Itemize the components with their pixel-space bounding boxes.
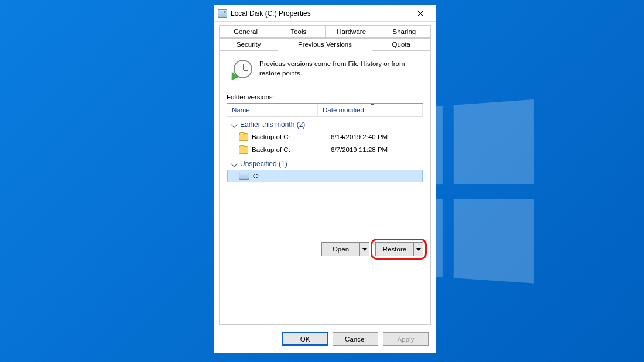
column-header-date[interactable]: Date modified (318, 104, 423, 116)
versions-listbox[interactable]: Name Date modified Earlier this month (2… (227, 103, 423, 235)
tab-sharing[interactable]: Sharing (378, 25, 431, 38)
titlebar[interactable]: Local Disk (C:) Properties (214, 5, 436, 22)
folder-icon (239, 146, 248, 154)
tab-general[interactable]: General (219, 25, 272, 38)
ok-button[interactable]: OK (282, 332, 328, 346)
list-item[interactable]: C: (227, 170, 423, 182)
dropdown-arrow-icon[interactable] (359, 243, 369, 256)
tab-tools[interactable]: Tools (272, 25, 325, 38)
chevron-down-icon (231, 160, 237, 167)
drive-icon (239, 173, 249, 180)
item-date: 6/7/2019 11:28 PM (331, 146, 388, 153)
drive-icon (218, 9, 227, 18)
apply-button[interactable]: Apply (383, 332, 429, 346)
tab-quota[interactable]: Quota (372, 38, 431, 51)
properties-window: Local Disk (C:) Properties General Tools… (214, 5, 436, 353)
open-label: Open (322, 243, 359, 256)
group-label: Unspecified (1) (240, 160, 287, 168)
dropdown-arrow-icon[interactable] (413, 243, 423, 256)
history-icon (230, 60, 252, 82)
group-earlier-this-month[interactable]: Earlier this month (2) (227, 117, 423, 130)
restore-label: Restore (376, 243, 413, 256)
tab-panel-previous-versions: Previous versions come from File History… (219, 50, 431, 325)
cancel-button[interactable]: Cancel (333, 332, 378, 346)
info-text: Previous versions come from File History… (259, 60, 422, 82)
item-date: 6/14/2019 2:40 PM (331, 133, 388, 140)
window-title: Local Disk (C:) Properties (231, 9, 409, 18)
chevron-down-icon (231, 121, 237, 127)
list-item[interactable]: Backup of C: 6/7/2019 11:28 PM (227, 143, 423, 156)
item-name: C: (253, 173, 332, 180)
close-button[interactable] (409, 5, 432, 22)
dialog-buttons: OK Cancel Apply (214, 325, 436, 353)
group-label: Earlier this month (2) (240, 120, 305, 129)
tab-previous-versions[interactable]: Previous Versions (278, 38, 372, 51)
item-name: Backup of C: (252, 133, 331, 140)
group-unspecified[interactable]: Unspecified (1) (227, 156, 423, 170)
tabs: General Tools Hardware Sharing Security … (214, 22, 436, 325)
list-item[interactable]: Backup of C: 6/14/2019 2:40 PM (227, 130, 423, 143)
item-name: Backup of C: (252, 146, 331, 153)
folder-versions-label: Folder versions: (227, 94, 423, 101)
restore-button[interactable]: Restore (375, 242, 423, 256)
tab-hardware[interactable]: Hardware (326, 25, 378, 38)
folder-icon (239, 133, 248, 141)
tab-security[interactable]: Security (219, 38, 278, 51)
open-button[interactable]: Open (321, 242, 369, 256)
column-header-name[interactable]: Name (227, 104, 318, 116)
